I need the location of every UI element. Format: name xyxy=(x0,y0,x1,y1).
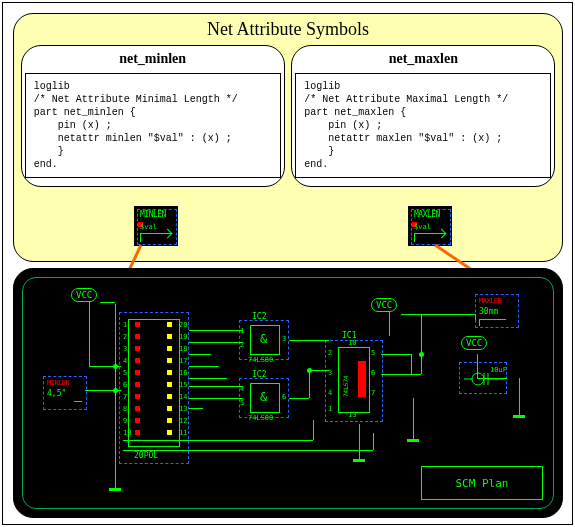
pin-no: 6 xyxy=(123,381,127,389)
vcc-label-3: VCC xyxy=(461,336,487,350)
ground-4 xyxy=(513,404,525,418)
junction-dot xyxy=(307,368,312,373)
minlen-inst-val: 4,5" xyxy=(47,389,66,398)
wire xyxy=(389,312,390,336)
vcc-label-2: VCC xyxy=(371,298,397,312)
wire xyxy=(519,378,520,406)
conn-pin xyxy=(167,358,172,363)
conn-pin xyxy=(135,322,140,327)
wire xyxy=(123,450,373,451)
wire xyxy=(189,330,243,331)
pin-no: 3 xyxy=(123,345,127,353)
pin-no: 14 xyxy=(179,393,187,401)
pin-no: 5 xyxy=(123,369,127,377)
wire xyxy=(411,354,412,374)
conn-pin xyxy=(135,406,140,411)
chip-ic2b: & IC2 74LS00 4 5 6 xyxy=(239,378,289,418)
ic2a-ref: IC2 xyxy=(252,312,266,321)
wire xyxy=(189,398,243,399)
wire xyxy=(100,302,115,303)
junction-dot xyxy=(419,352,424,357)
schematic-panel: VCC VCC VCC MAXLEN 30mm MINLEN 4,5" xyxy=(13,268,563,518)
wire xyxy=(413,398,414,428)
conn-pin xyxy=(167,346,172,351)
pin-no: 16 xyxy=(179,369,187,377)
ground-3 xyxy=(407,428,419,442)
ic2a-type: 74LS00 xyxy=(248,356,273,364)
conn-pin xyxy=(135,418,140,423)
wire xyxy=(381,354,411,355)
diagram-frame: Net Attribute Symbols net_minlen loglib … xyxy=(2,2,573,525)
wire xyxy=(289,340,329,341)
conn-pin xyxy=(167,406,172,411)
pin-no: 15 xyxy=(179,381,187,389)
conn-pin xyxy=(135,334,140,339)
ground-1 xyxy=(109,477,121,491)
conn-pin xyxy=(167,370,172,375)
pin-no: 11 xyxy=(179,429,187,437)
wire xyxy=(401,314,475,315)
wire xyxy=(381,374,421,375)
conn-pin xyxy=(135,394,140,399)
legend-box: SCM Plan xyxy=(421,466,543,500)
maxlen-instance: MAXLEN 30mm xyxy=(475,294,519,328)
chip-ic2a: & IC2 74LS00 1 2 3 xyxy=(239,320,289,360)
pin-no: 18 xyxy=(179,345,187,353)
wire xyxy=(309,370,329,371)
ic2b-gate: & xyxy=(260,390,267,404)
wire xyxy=(189,386,243,387)
wire xyxy=(123,440,313,441)
pin-no: 2 xyxy=(123,333,127,341)
conn-pin xyxy=(135,358,140,363)
maxlen-inst-val: 30mm xyxy=(479,307,498,316)
conn-pin xyxy=(167,430,172,435)
pin-no: 7 xyxy=(123,393,127,401)
conn-pin xyxy=(135,370,140,375)
ic2b-ref: IC2 xyxy=(252,370,266,379)
wire xyxy=(359,424,360,450)
chip-ic1: IC1 74LS74 2 3 4 1 5 6 7 10 13 xyxy=(325,340,383,422)
conn-pin xyxy=(167,382,172,387)
wire xyxy=(313,420,314,440)
wire xyxy=(477,378,507,379)
pin-no: 12 xyxy=(179,417,187,425)
conn-pin xyxy=(135,382,140,387)
wire xyxy=(477,354,478,378)
conn-pin xyxy=(167,418,172,423)
conn-pin xyxy=(167,334,172,339)
ground-2 xyxy=(353,448,365,462)
wire xyxy=(189,354,211,355)
conn-pin xyxy=(167,322,172,327)
minlen-inst-label: MINLEN xyxy=(47,379,69,387)
connector-label: 20POL xyxy=(134,451,158,460)
pin-no: 8 xyxy=(123,405,127,413)
svg-point-2 xyxy=(472,373,484,385)
conn-pin xyxy=(135,346,140,351)
wire xyxy=(309,370,310,398)
pin-no: 20 xyxy=(179,321,187,329)
wire xyxy=(189,378,227,379)
ic1-type: 74LS74 xyxy=(342,375,349,397)
wire xyxy=(475,314,476,320)
cap-value: 10uF xyxy=(490,366,507,374)
conn-pin xyxy=(167,394,172,399)
wire xyxy=(89,302,90,366)
schematic-border: VCC VCC VCC MAXLEN 30mm MINLEN 4,5" xyxy=(22,277,554,509)
pin-no: 19 xyxy=(179,333,187,341)
maxlen-inst-label: MAXLEN xyxy=(479,297,501,305)
wire xyxy=(373,433,374,450)
junction-dot xyxy=(113,388,118,393)
ic2b-type: 74LS00 xyxy=(248,414,273,422)
pin-no: 1 xyxy=(123,321,127,329)
wire xyxy=(421,314,422,374)
pin-no: 17 xyxy=(179,357,187,365)
wire xyxy=(189,342,243,343)
pin-no: 13 xyxy=(179,405,187,413)
schematic-canvas: VCC VCC VCC MAXLEN 30mm MINLEN 4,5" xyxy=(23,278,553,508)
ic2a-gate: & xyxy=(260,332,267,346)
wire xyxy=(189,408,203,409)
pin-no: 9 xyxy=(123,417,127,425)
conn-pin xyxy=(135,430,140,435)
minlen-instance: MINLEN 4,5" xyxy=(43,376,87,410)
wire xyxy=(289,398,309,399)
